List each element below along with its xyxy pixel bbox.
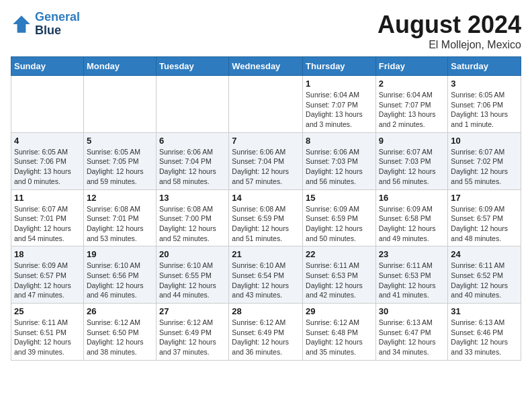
location: El Mollejon, Mexico <box>378 39 521 51</box>
day-header-tuesday: Tuesday <box>157 57 229 76</box>
calendar-cell: 25Sunrise: 6:11 AM Sunset: 6:51 PM Dayli… <box>11 304 84 361</box>
calendar-cell: 4Sunrise: 6:05 AM Sunset: 7:06 PM Daylig… <box>11 132 84 189</box>
calendar-cell: 9Sunrise: 6:07 AM Sunset: 7:03 PM Daylig… <box>375 132 448 189</box>
calendar-table: SundayMondayTuesdayWednesdayThursdayFrid… <box>11 56 521 361</box>
day-info: Sunrise: 6:04 AM Sunset: 7:07 PM Dayligh… <box>306 90 373 130</box>
day-number: 28 <box>232 306 300 316</box>
day-info: Sunrise: 6:13 AM Sunset: 6:47 PM Dayligh… <box>379 318 445 357</box>
day-header-saturday: Saturday <box>448 57 521 76</box>
calendar-week-1: 1Sunrise: 6:04 AM Sunset: 7:07 PM Daylig… <box>11 76 521 133</box>
calendar-cell: 11Sunrise: 6:07 AM Sunset: 7:01 PM Dayli… <box>11 189 84 246</box>
calendar-cell <box>229 76 303 133</box>
day-number: 19 <box>87 249 153 259</box>
day-header-wednesday: Wednesday <box>229 57 303 76</box>
calendar-cell: 6Sunrise: 6:06 AM Sunset: 7:04 PM Daylig… <box>157 132 229 189</box>
calendar-cell: 21Sunrise: 6:10 AM Sunset: 6:54 PM Dayli… <box>229 246 303 304</box>
calendar-cell: 20Sunrise: 6:10 AM Sunset: 6:55 PM Dayli… <box>157 246 229 304</box>
page-header: General Blue August 2024 El Mollejon, Me… <box>11 11 521 51</box>
calendar-cell: 12Sunrise: 6:08 AM Sunset: 7:01 PM Dayli… <box>83 189 156 246</box>
logo: General Blue <box>11 11 80 38</box>
day-number: 30 <box>379 306 445 316</box>
calendar-cell: 2Sunrise: 6:04 AM Sunset: 7:07 PM Daylig… <box>375 76 448 133</box>
day-info: Sunrise: 6:08 AM Sunset: 7:00 PM Dayligh… <box>159 204 226 244</box>
day-info: Sunrise: 6:09 AM Sunset: 6:58 PM Dayligh… <box>379 204 445 244</box>
day-info: Sunrise: 6:09 AM Sunset: 6:57 PM Dayligh… <box>14 261 81 300</box>
day-number: 16 <box>379 193 445 203</box>
calendar-cell: 28Sunrise: 6:12 AM Sunset: 6:49 PM Dayli… <box>229 304 303 361</box>
day-info: Sunrise: 6:05 AM Sunset: 7:06 PM Dayligh… <box>451 90 518 130</box>
day-number: 22 <box>306 249 373 259</box>
calendar-cell: 14Sunrise: 6:08 AM Sunset: 6:59 PM Dayli… <box>229 189 303 246</box>
day-number: 21 <box>232 249 300 259</box>
calendar-cell: 30Sunrise: 6:13 AM Sunset: 6:47 PM Dayli… <box>375 304 448 361</box>
calendar-header: SundayMondayTuesdayWednesdayThursdayFrid… <box>11 57 521 76</box>
day-info: Sunrise: 6:06 AM Sunset: 7:03 PM Dayligh… <box>306 147 373 187</box>
calendar-cell <box>83 76 156 133</box>
logo-icon <box>11 13 32 35</box>
logo-text: General Blue <box>35 11 80 38</box>
day-info: Sunrise: 6:09 AM Sunset: 6:57 PM Dayligh… <box>451 204 518 244</box>
day-number: 3 <box>451 79 518 89</box>
calendar-cell: 13Sunrise: 6:08 AM Sunset: 7:00 PM Dayli… <box>157 189 229 246</box>
day-number: 25 <box>14 306 81 316</box>
day-info: Sunrise: 6:10 AM Sunset: 6:54 PM Dayligh… <box>232 261 300 300</box>
day-number: 1 <box>306 79 373 89</box>
calendar-cell <box>157 76 229 133</box>
calendar-cell: 5Sunrise: 6:05 AM Sunset: 7:05 PM Daylig… <box>83 132 156 189</box>
calendar-cell: 24Sunrise: 6:11 AM Sunset: 6:52 PM Dayli… <box>448 246 521 304</box>
day-number: 10 <box>451 136 518 146</box>
day-info: Sunrise: 6:06 AM Sunset: 7:04 PM Dayligh… <box>232 147 300 187</box>
calendar-cell: 10Sunrise: 6:07 AM Sunset: 7:02 PM Dayli… <box>448 132 521 189</box>
day-number: 24 <box>451 249 518 259</box>
day-info: Sunrise: 6:12 AM Sunset: 6:50 PM Dayligh… <box>87 318 153 357</box>
day-number: 11 <box>14 193 81 203</box>
day-number: 14 <box>232 193 300 203</box>
day-info: Sunrise: 6:12 AM Sunset: 6:49 PM Dayligh… <box>159 318 226 357</box>
month-year: August 2024 <box>378 11 521 39</box>
day-number: 15 <box>306 193 373 203</box>
svg-marker-0 <box>13 15 30 33</box>
day-number: 4 <box>14 136 81 146</box>
day-number: 17 <box>451 193 518 203</box>
day-number: 26 <box>87 306 153 316</box>
calendar-cell: 3Sunrise: 6:05 AM Sunset: 7:06 PM Daylig… <box>448 76 521 133</box>
calendar-cell: 26Sunrise: 6:12 AM Sunset: 6:50 PM Dayli… <box>83 304 156 361</box>
day-info: Sunrise: 6:07 AM Sunset: 7:03 PM Dayligh… <box>379 147 445 187</box>
day-info: Sunrise: 6:04 AM Sunset: 7:07 PM Dayligh… <box>379 90 445 130</box>
day-header-thursday: Thursday <box>303 57 376 76</box>
calendar-cell: 31Sunrise: 6:13 AM Sunset: 6:46 PM Dayli… <box>448 304 521 361</box>
day-number: 23 <box>379 249 445 259</box>
day-number: 20 <box>159 249 226 259</box>
day-info: Sunrise: 6:08 AM Sunset: 7:01 PM Dayligh… <box>87 204 153 244</box>
calendar-cell: 22Sunrise: 6:11 AM Sunset: 6:53 PM Dayli… <box>303 246 376 304</box>
calendar-cell: 27Sunrise: 6:12 AM Sunset: 6:49 PM Dayli… <box>157 304 229 361</box>
day-info: Sunrise: 6:09 AM Sunset: 6:59 PM Dayligh… <box>306 204 373 244</box>
day-info: Sunrise: 6:11 AM Sunset: 6:53 PM Dayligh… <box>379 261 445 300</box>
calendar-cell: 7Sunrise: 6:06 AM Sunset: 7:04 PM Daylig… <box>229 132 303 189</box>
calendar-cell: 16Sunrise: 6:09 AM Sunset: 6:58 PM Dayli… <box>375 189 448 246</box>
calendar-cell: 1Sunrise: 6:04 AM Sunset: 7:07 PM Daylig… <box>303 76 376 133</box>
day-number: 29 <box>306 306 373 316</box>
day-info: Sunrise: 6:10 AM Sunset: 6:56 PM Dayligh… <box>87 261 153 300</box>
day-number: 5 <box>87 136 153 146</box>
day-info: Sunrise: 6:11 AM Sunset: 6:53 PM Dayligh… <box>306 261 373 300</box>
day-number: 2 <box>379 79 445 89</box>
day-info: Sunrise: 6:05 AM Sunset: 7:06 PM Dayligh… <box>14 147 81 187</box>
day-info: Sunrise: 6:12 AM Sunset: 6:48 PM Dayligh… <box>306 318 373 357</box>
day-info: Sunrise: 6:13 AM Sunset: 6:46 PM Dayligh… <box>451 318 518 357</box>
calendar-cell: 15Sunrise: 6:09 AM Sunset: 6:59 PM Dayli… <box>303 189 376 246</box>
calendar-week-4: 18Sunrise: 6:09 AM Sunset: 6:57 PM Dayli… <box>11 246 521 304</box>
day-info: Sunrise: 6:12 AM Sunset: 6:49 PM Dayligh… <box>232 318 300 357</box>
calendar-week-5: 25Sunrise: 6:11 AM Sunset: 6:51 PM Dayli… <box>11 304 521 361</box>
day-info: Sunrise: 6:07 AM Sunset: 7:01 PM Dayligh… <box>14 204 81 244</box>
day-number: 7 <box>232 136 300 146</box>
day-info: Sunrise: 6:07 AM Sunset: 7:02 PM Dayligh… <box>451 147 518 187</box>
day-number: 8 <box>306 136 373 146</box>
day-info: Sunrise: 6:05 AM Sunset: 7:05 PM Dayligh… <box>87 147 153 187</box>
day-info: Sunrise: 6:11 AM Sunset: 6:51 PM Dayligh… <box>14 318 81 357</box>
day-number: 12 <box>87 193 153 203</box>
calendar-cell: 18Sunrise: 6:09 AM Sunset: 6:57 PM Dayli… <box>11 246 84 304</box>
day-header-sunday: Sunday <box>11 57 84 76</box>
day-number: 6 <box>159 136 226 146</box>
day-number: 13 <box>159 193 226 203</box>
